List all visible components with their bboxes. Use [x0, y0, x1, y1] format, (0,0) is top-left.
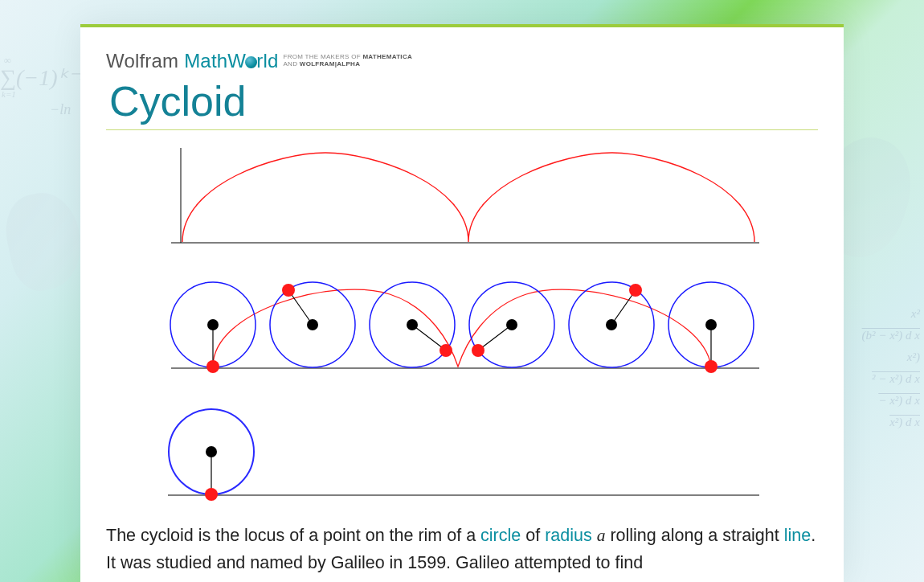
svg-point-19 — [606, 319, 617, 330]
link-circle[interactable]: circle — [480, 526, 521, 545]
math-var-a: a — [597, 526, 606, 545]
svg-point-25 — [629, 284, 642, 297]
svg-point-18 — [506, 319, 517, 330]
svg-point-31 — [205, 488, 218, 501]
svg-point-17 — [407, 319, 418, 330]
figure-cycloid-curve — [165, 148, 759, 252]
bg-math-left: ∞ ∑(−1)ᵏ⁻¹ k=1 −ln — [0, 64, 86, 99]
figure-single-circle — [165, 400, 759, 505]
figure-rolling-circles — [165, 270, 759, 383]
article-body: The cycloid is the locus of a point on t… — [106, 523, 818, 576]
bg-math-right: x² (b² − x²) d x x²) ² − x²) d x − x²) d… — [862, 299, 920, 437]
svg-point-22 — [282, 284, 295, 297]
svg-point-16 — [307, 319, 318, 330]
title-divider — [106, 129, 818, 130]
page-title: Cycloid — [106, 79, 818, 125]
svg-point-24 — [472, 344, 484, 357]
svg-point-15 — [207, 319, 219, 330]
svg-point-21 — [206, 360, 219, 373]
logo-subtext: FROM THE MAKERS OF MATHEMATICA AND WOLFR… — [283, 53, 412, 72]
svg-point-23 — [440, 344, 452, 357]
globe-o-icon — [245, 56, 257, 68]
svg-point-30 — [206, 446, 217, 457]
link-radius[interactable]: radius — [545, 526, 592, 545]
logo-text: Wolfram MathWrld — [106, 50, 278, 72]
content-card: Wolfram MathWrld FROM THE MAKERS OF MATH… — [80, 24, 844, 582]
svg-point-26 — [705, 360, 718, 373]
site-logo[interactable]: Wolfram MathWrld FROM THE MAKERS OF MATH… — [106, 50, 818, 72]
link-line[interactable]: line — [784, 526, 811, 545]
svg-point-20 — [705, 319, 717, 330]
